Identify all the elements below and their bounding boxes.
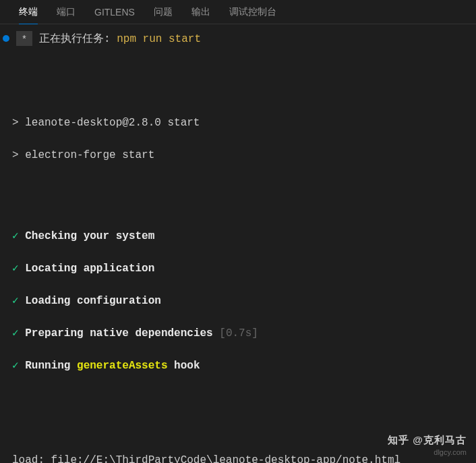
check-icon: ✓ <box>12 327 19 339</box>
tab-terminal[interactable]: 终端 <box>9 1 47 24</box>
task-label: 正在执行任务: npm run start <box>39 32 201 46</box>
terminal-content[interactable]: > leanote-desktop@2.8.0 start > electron… <box>0 53 476 463</box>
watermark-sub: dlgcy.com <box>388 448 467 456</box>
step-line: ✓ Running generateAssets hook <box>12 358 464 374</box>
forge-steps: ✓ Checking your system ✓ Locating applic… <box>12 212 464 390</box>
step-highlight: generateAssets <box>77 360 167 372</box>
step-line: ✓ Checking your system <box>12 228 464 244</box>
watermark: 知乎 @克利马古 dlgcy.com <box>388 434 467 456</box>
npm-line: > leanote-desktop@2.8.0 start <box>12 115 464 131</box>
tab-gitlens[interactable]: GITLENS <box>85 1 144 23</box>
watermark-main: 知乎 @克利马古 <box>388 434 467 447</box>
step-text: Running <box>25 360 77 372</box>
task-label-text: 正在执行任务: <box>39 33 117 45</box>
npm-output: > leanote-desktop@2.8.0 start > electron… <box>12 99 464 180</box>
step-text: hook <box>167 360 200 372</box>
task-running-indicator-icon <box>3 35 9 42</box>
tab-problems[interactable]: 问题 <box>144 1 182 24</box>
check-icon: ✓ <box>12 295 19 307</box>
task-header: * 正在执行任务: npm run start <box>0 24 476 53</box>
panel-tabs: 终端 端口 GITLENS 问题 输出 调试控制台 <box>0 0 476 24</box>
step-text: Locating application <box>25 263 154 275</box>
npm-line: > electron-forge start <box>12 147 464 163</box>
step-text: Loading configuration <box>25 295 161 307</box>
check-icon: ✓ <box>12 230 19 242</box>
step-text: Preparing native dependencies <box>25 327 212 339</box>
step-line: ✓ Preparing native dependencies [0.7s] <box>12 325 464 342</box>
step-line: ✓ Locating application <box>12 261 464 277</box>
step-text: Checking your system <box>25 230 154 242</box>
tab-output[interactable]: 输出 <box>182 1 220 24</box>
check-icon: ✓ <box>12 360 19 372</box>
task-icon: * <box>16 31 32 46</box>
tab-debug-console[interactable]: 调试控制台 <box>220 1 286 24</box>
task-command: npm run start <box>117 33 201 45</box>
step-time: [0.7s] <box>219 327 258 339</box>
step-line: ✓ Loading configuration <box>12 293 464 309</box>
tab-ports[interactable]: 端口 <box>47 1 85 24</box>
check-icon: ✓ <box>12 263 19 275</box>
